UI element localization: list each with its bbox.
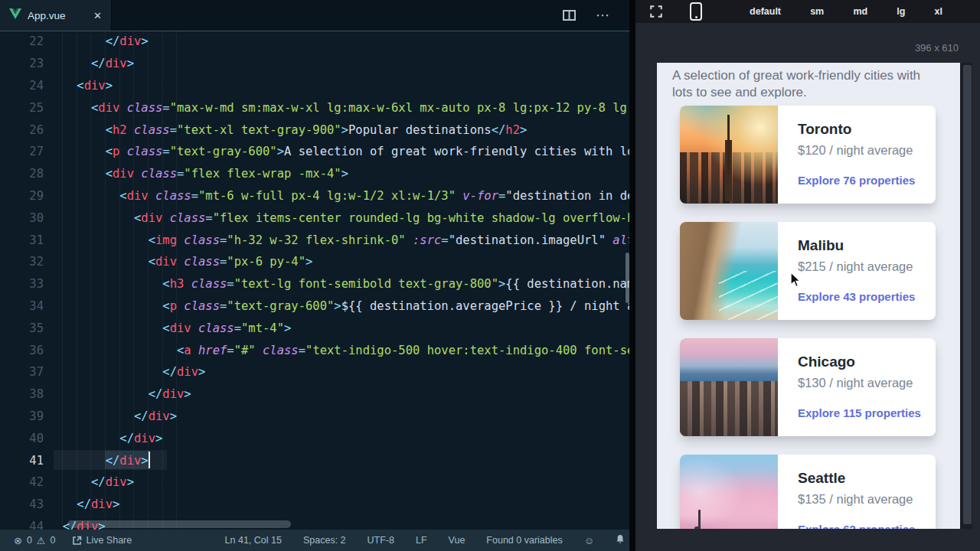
destination-card: Toronto$120 / night averageExplore 76 pr…	[680, 106, 936, 204]
code-line[interactable]: 24 <div>	[0, 75, 629, 97]
card-price: $120 / night average	[798, 143, 915, 158]
text-cursor	[149, 452, 150, 468]
notifications-bell-icon[interactable]	[616, 534, 625, 546]
code-line[interactable]: 41 </div>	[0, 449, 629, 471]
preview-scrollbar-thumb[interactable]	[963, 65, 972, 524]
error-count: 0	[27, 535, 32, 546]
line-number: 40	[0, 432, 44, 445]
code-line[interactable]: 33 <h3 class="text-lg font-semibold text…	[0, 273, 629, 295]
card-city-name: Toronto	[798, 121, 915, 138]
preview-toolbar: defaultsmmdlgxl	[635, 0, 980, 23]
code-line[interactable]: 32 <div class="px-6 py-4">	[0, 251, 629, 273]
preview-viewport: A selection of great work-friendly citie…	[657, 63, 960, 529]
destination-card: Malibu$215 / night averageExplore 43 pro…	[680, 222, 936, 320]
explore-properties-link[interactable]: Explore 76 properties	[798, 174, 915, 187]
code-line[interactable]: 23 </div>	[0, 53, 629, 75]
vue-logo-icon	[9, 8, 21, 22]
pane-divider[interactable]	[629, 0, 635, 551]
breakpoint-tab-lg[interactable]: lg	[897, 6, 905, 17]
card-price: $135 / night average	[798, 492, 915, 507]
code-line[interactable]: 38 </div>	[0, 383, 629, 406]
code-line[interactable]: 42 </div>	[0, 471, 629, 494]
breakpoint-tabs: defaultsmmdlgxl	[707, 6, 980, 17]
device-phone-icon[interactable]	[684, 0, 707, 23]
problems-warnings[interactable]: ⚠ 0	[37, 535, 56, 546]
code-line[interactable]: 35 <div class="mt-4">	[0, 317, 629, 339]
tab-title: App.vue	[28, 10, 66, 21]
tab-close-icon[interactable]: ✕	[93, 10, 102, 21]
explore-properties-link[interactable]: Explore 62 properties	[798, 523, 915, 529]
problems-errors[interactable]: ⊗ 0	[14, 535, 32, 546]
split-editor-icon[interactable]	[563, 10, 576, 21]
status-bar: ⊗ 0 ⚠ 0 Live Share Ln 41, Col 15 Spaces:…	[0, 530, 635, 551]
viewport-dimensions: 396 x 610	[915, 42, 959, 54]
cursor-position[interactable]: Ln 41, Col 15	[225, 535, 282, 546]
line-number: 31	[0, 233, 44, 247]
preview-pane: defaultsmmdlgxl 396 x 610 A selection of…	[635, 0, 980, 551]
encoding-setting[interactable]: UTF-8	[368, 535, 394, 546]
code-line[interactable]: 44 </div>	[0, 516, 629, 530]
line-number: 39	[0, 409, 44, 423]
code-text: </div>	[48, 409, 177, 423]
code-text: <div class="mt-6 w-full px-4 lg:w-1/2 xl…	[48, 189, 629, 203]
indentation-setting[interactable]: Spaces: 2	[303, 535, 346, 546]
screen: App.vue ✕ ⋯ 22 </div>23 </div>24 <div>25…	[0, 0, 980, 551]
code-line[interactable]: 22 </div>	[0, 31, 629, 53]
code-text: </div>	[48, 454, 149, 468]
line-number: 44	[0, 520, 44, 530]
code-text: <div>	[48, 79, 113, 93]
code-line[interactable]: 31 <img class="h-32 w-32 flex-shrink-0" …	[0, 229, 629, 251]
code-text: </div>	[48, 57, 134, 70]
breakpoint-tab-default[interactable]: default	[750, 6, 781, 17]
card-price: $130 / night average	[798, 376, 921, 390]
live-share-icon	[72, 536, 82, 546]
code-line[interactable]: 27 <p class="text-gray-600">A selection …	[0, 141, 629, 163]
code-line[interactable]: 39 </div>	[0, 406, 629, 428]
code-line[interactable]: 36 <a href="#" class="text-indigo-500 ho…	[0, 339, 629, 361]
code-text: </div>	[48, 432, 162, 445]
line-number: 30	[0, 211, 44, 225]
code-line[interactable]: 43 </div>	[0, 494, 629, 516]
code-text: </div>	[48, 387, 191, 401]
code-text: <p class="text-gray-600">A selection of …	[48, 145, 629, 158]
warning-icon: ⚠	[37, 536, 46, 546]
editor-tab-bar: App.vue ✕ ⋯	[0, 0, 629, 31]
destination-card: Chicago$130 / night averageExplore 115 p…	[680, 338, 936, 436]
code-line[interactable]: 40 </div>	[0, 427, 629, 449]
code-line[interactable]: 25 <div class="max-w-md sm:max-w-xl lg:m…	[0, 96, 629, 119]
destination-card: Seattle$135 / night averageExplore 62 pr…	[680, 455, 936, 529]
code-text: </div>	[48, 497, 119, 511]
code-text: <h3 class="text-lg font-semibold text-gr…	[48, 277, 629, 291]
breakpoint-tab-sm[interactable]: sm	[810, 6, 824, 17]
explore-properties-link[interactable]: Explore 115 properties	[798, 406, 921, 419]
subheading: lots to see and explore.	[672, 83, 948, 103]
live-share-label: Live Share	[86, 535, 132, 546]
code-line[interactable]: 30 <div class="flex items-center rounded…	[0, 207, 629, 229]
line-number: 23	[0, 57, 44, 70]
tab-app-vue[interactable]: App.vue ✕	[0, 0, 112, 31]
code-line[interactable]: 34 <p class="text-gray-600">${{ destinat…	[0, 295, 629, 318]
seattle-photo	[680, 455, 778, 529]
eol-setting[interactable]: LF	[416, 535, 427, 546]
more-actions-icon[interactable]: ⋯	[596, 11, 611, 19]
card-city-name: Malibu	[798, 237, 915, 254]
explore-properties-link[interactable]: Explore 43 properties	[798, 290, 915, 303]
line-number: 25	[0, 101, 44, 115]
feedback-smiley-icon[interactable]: ☺	[584, 536, 594, 546]
line-number: 36	[0, 344, 44, 357]
editor-pane: App.vue ✕ ⋯ 22 </div>23 </div>24 <div>25…	[0, 0, 629, 551]
line-number: 32	[0, 255, 44, 269]
live-share-button[interactable]: Live Share	[72, 535, 132, 546]
language-mode[interactable]: Vue	[449, 535, 466, 546]
code-text: <div class="max-w-md sm:max-w-xl lg:max-…	[48, 101, 629, 115]
fullscreen-icon[interactable]	[645, 0, 668, 23]
breakpoint-tab-xl[interactable]: xl	[934, 6, 942, 17]
code-line[interactable]: 37 </div>	[0, 361, 629, 383]
code-text: </div>	[48, 365, 205, 379]
code-editor[interactable]: 22 </div>23 </div>24 <div>25 <div class=…	[0, 31, 629, 530]
breakpoint-tab-md[interactable]: md	[853, 6, 867, 17]
code-line[interactable]: 28 <div class="flex flex-wrap -mx-4">	[0, 163, 629, 185]
code-line[interactable]: 26 <h2 class="text-xl text-gray-900">Pop…	[0, 119, 629, 141]
code-text: <div class="flex flex-wrap -mx-4">	[48, 167, 348, 181]
code-line[interactable]: 29 <div class="mt-6 w-full px-4 lg:w-1/2…	[0, 185, 629, 207]
